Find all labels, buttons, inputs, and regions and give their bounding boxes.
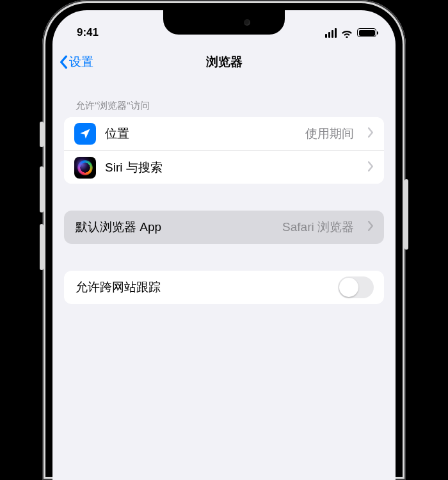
cellular-icon bbox=[325, 28, 337, 38]
row-cross-site-tracking: 允许跨网站跟踪 bbox=[64, 271, 384, 304]
phone-frame: 9:41 设置 浏览器 允许"浏览器"访问 bbox=[42, 0, 406, 480]
chevron-left-icon bbox=[59, 55, 68, 69]
chevron-right-icon bbox=[368, 161, 374, 174]
row-value: 使用期间 bbox=[305, 125, 354, 142]
row-label: 位置 bbox=[105, 125, 296, 142]
row-location[interactable]: 位置 使用期间 bbox=[64, 117, 384, 150]
group-access: 位置 使用期间 Siri 与搜索 bbox=[64, 117, 384, 184]
group-default-browser: 默认浏览器 App Safari 浏览器 bbox=[64, 211, 384, 244]
chevron-right-icon bbox=[368, 127, 374, 140]
row-label: 允许跨网站跟踪 bbox=[76, 279, 329, 296]
page-title: 浏览器 bbox=[206, 54, 243, 70]
wifi-icon bbox=[340, 28, 353, 38]
back-button[interactable]: 设置 bbox=[59, 46, 93, 78]
nav-bar: 设置 浏览器 bbox=[52, 46, 396, 78]
row-default-browser[interactable]: 默认浏览器 App Safari 浏览器 bbox=[64, 211, 384, 244]
row-label: Siri 与搜索 bbox=[105, 159, 354, 176]
phone-side-button bbox=[40, 166, 44, 212]
phone-side-button bbox=[404, 179, 408, 250]
chevron-right-icon bbox=[368, 221, 374, 234]
group-tracking: 允许跨网站跟踪 bbox=[64, 271, 384, 304]
tracking-toggle[interactable] bbox=[338, 276, 374, 298]
status-indicators bbox=[325, 28, 377, 38]
row-siri[interactable]: Siri 与搜索 bbox=[64, 150, 384, 184]
battery-icon bbox=[357, 28, 376, 37]
screen: 9:41 设置 浏览器 允许"浏览器"访问 bbox=[52, 10, 396, 480]
siri-icon bbox=[74, 157, 96, 179]
status-time: 9:41 bbox=[77, 26, 99, 39]
back-label: 设置 bbox=[69, 54, 93, 70]
location-icon bbox=[74, 123, 96, 145]
phone-side-button bbox=[40, 122, 44, 147]
row-label: 默认浏览器 App bbox=[76, 219, 273, 236]
row-value: Safari 浏览器 bbox=[282, 219, 354, 236]
section-header-access: 允许"浏览器"访问 bbox=[64, 81, 384, 117]
content: 允许"浏览器"访问 位置 使用期间 Siri 与搜索 bbox=[52, 78, 396, 304]
notch bbox=[163, 10, 285, 35]
phone-side-button bbox=[40, 224, 44, 270]
